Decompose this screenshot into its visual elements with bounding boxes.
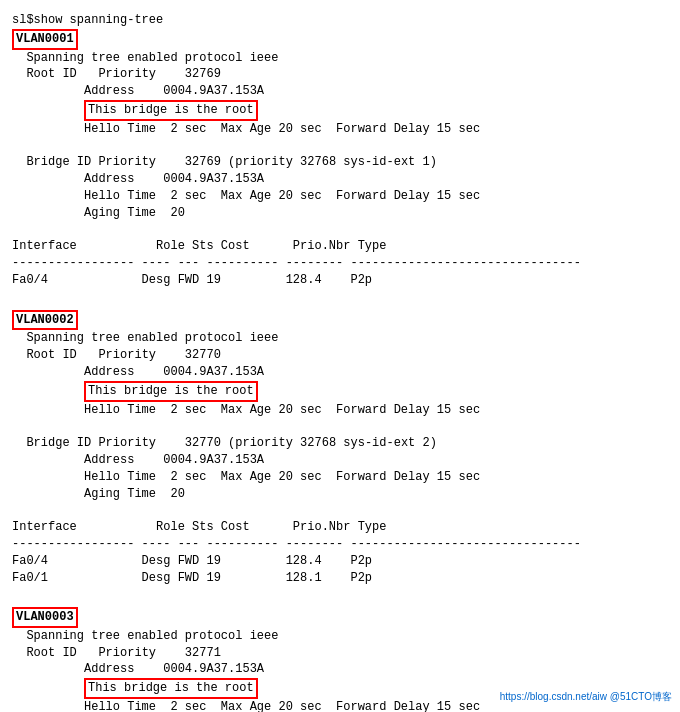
vlan-id-2: VLAN0002 — [12, 310, 78, 331]
root-address-value-3: 0004.9A37.153A — [163, 662, 264, 676]
separator-1: ----------------- ---- --- ---------- --… — [12, 255, 668, 272]
root-hello-line-2: Hello Time 2 sec Max Age 20 sec Forward … — [12, 402, 668, 419]
root-priority-value-3: 32771 — [185, 646, 221, 660]
spanning-tree-line-3: Spanning tree enabled protocol ieee — [12, 628, 668, 645]
interface-header-1: Interface Role Sts Cost Prio.Nbr Type — [12, 238, 668, 255]
root-box-2: This bridge is the root — [84, 381, 258, 402]
separator-2: ----------------- ---- --- ---------- --… — [12, 536, 668, 553]
bridge-priority-value-2: 32770 — [185, 436, 221, 450]
root-priority-label-1: Priority — [98, 67, 156, 81]
root-id-line-1: Root ID Priority 32769 — [12, 66, 668, 83]
bridge-address-line-1: Address 0004.9A37.153A — [12, 171, 668, 188]
root-priority-value-2: 32770 — [185, 348, 221, 362]
prompt-line: sl$show spanning-tree — [12, 12, 668, 29]
vlan-id-1: VLAN0001 — [12, 29, 78, 50]
root-priority-label-2: Priority — [98, 348, 156, 362]
root-address-line-2: Address 0004.9A37.153A — [12, 364, 668, 381]
bridge-priority-label-1: Priority — [98, 155, 156, 169]
blank-4 — [12, 418, 668, 435]
root-box-3: This bridge is the root — [84, 678, 258, 699]
root-address-value-2: 0004.9A37.153A — [163, 365, 264, 379]
blank-1 — [12, 138, 668, 155]
root-priority-label-3: Priority — [98, 646, 156, 660]
root-id-line-2: Root ID Priority 32770 — [12, 347, 668, 364]
bridge-address-value-2: 0004.9A37.153A — [163, 453, 264, 467]
root-id-line-3: Root ID Priority 32771 — [12, 645, 668, 662]
root-address-line-3: Address 0004.9A37.153A — [12, 661, 668, 678]
iface-row-1-0: Fa0/4 Desg FWD 19 128.4 P2p — [12, 272, 668, 289]
blank-6 — [12, 586, 668, 603]
bridge-id-line-1: Bridge ID Priority 32769 (priority 32768… — [12, 154, 668, 171]
root-box-line-1: This bridge is the root — [12, 100, 668, 121]
blank-3 — [12, 289, 668, 306]
iface-row-2-1: Fa0/1 Desg FWD 19 128.1 P2p — [12, 570, 668, 587]
bridge-hello-line-1: Hello Time 2 sec Max Age 20 sec Forward … — [12, 188, 668, 205]
root-priority-value-1: 32769 — [185, 67, 221, 81]
bridge-address-value-1: 0004.9A37.153A — [163, 172, 264, 186]
root-hello-line-1: Hello Time 2 sec Max Age 20 sec Forward … — [12, 121, 668, 138]
aging-line-1: Aging Time 20 — [12, 205, 668, 222]
iface-row-2-0: Fa0/4 Desg FWD 19 128.4 P2p — [12, 553, 668, 570]
bridge-priority-detail-2: (priority 32768 sys-id-ext 2) — [221, 436, 437, 450]
vlan-header-1: VLAN0001 — [12, 29, 668, 50]
interface-header-2: Interface Role Sts Cost Prio.Nbr Type — [12, 519, 668, 536]
vlan-id-3: VLAN0003 — [12, 607, 78, 628]
root-box-1: This bridge is the root — [84, 100, 258, 121]
spanning-tree-line-2: Spanning tree enabled protocol ieee — [12, 330, 668, 347]
bridge-hello-line-2: Hello Time 2 sec Max Age 20 sec Forward … — [12, 469, 668, 486]
terminal: sl$show spanning-tree VLAN0001 Spanning … — [8, 8, 672, 712]
bridge-priority-value-1: 32769 — [185, 155, 221, 169]
root-address-line-1: Address 0004.9A37.153A — [12, 83, 668, 100]
vlan-section-1: VLAN0001 Spanning tree enabled protocol … — [12, 29, 668, 306]
bridge-priority-label-2: Priority — [98, 436, 156, 450]
vlan-section-2: VLAN0002 Spanning tree enabled protocol … — [12, 310, 668, 604]
bridge-id-line-2: Bridge ID Priority 32770 (priority 32768… — [12, 435, 668, 452]
bridge-priority-detail-1: (priority 32768 sys-id-ext 1) — [221, 155, 437, 169]
root-box-line-2: This bridge is the root — [12, 381, 668, 402]
watermark: https://blog.csdn.net/aiw @51CTO博客 — [500, 690, 672, 704]
blank-5 — [12, 502, 668, 519]
root-address-value-1: 0004.9A37.153A — [163, 84, 264, 98]
vlan-header-2: VLAN0002 — [12, 310, 668, 331]
spanning-tree-line-1: Spanning tree enabled protocol ieee — [12, 50, 668, 67]
vlan-header-3: VLAN0003 — [12, 607, 668, 628]
blank-2 — [12, 222, 668, 239]
bridge-address-line-2: Address 0004.9A37.153A — [12, 452, 668, 469]
aging-line-2: Aging Time 20 — [12, 486, 668, 503]
